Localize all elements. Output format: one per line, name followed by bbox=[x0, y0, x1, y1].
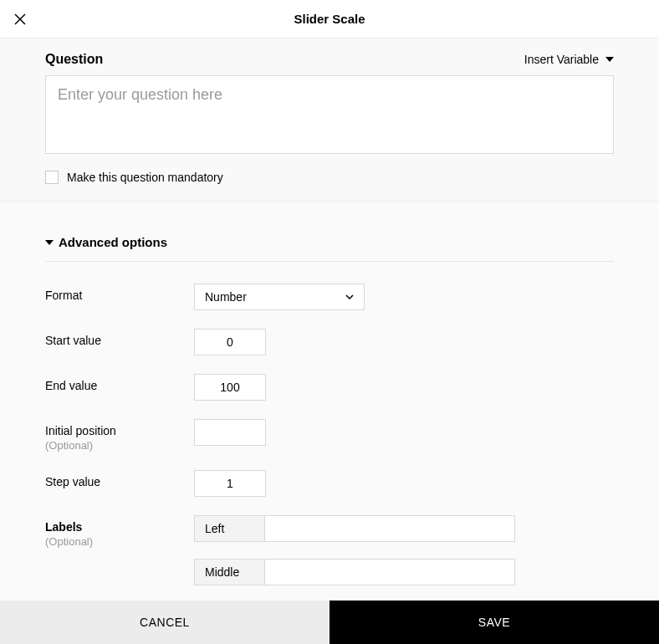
end-value-row: End value bbox=[45, 374, 614, 401]
mandatory-label: Make this question mandatory bbox=[67, 171, 223, 184]
advanced-toggle[interactable]: Advanced options bbox=[45, 235, 614, 262]
label-left-prefix: Left bbox=[195, 516, 265, 541]
start-value-input[interactable] bbox=[194, 329, 266, 355]
start-value-row: Start value bbox=[45, 329, 614, 355]
label-left-input[interactable] bbox=[265, 516, 514, 541]
caret-down-icon bbox=[45, 238, 54, 247]
initial-position-label: Initial position bbox=[45, 424, 194, 437]
svg-marker-2 bbox=[605, 57, 614, 62]
close-button[interactable] bbox=[12, 11, 28, 28]
insert-variable-button[interactable]: Insert Variable bbox=[524, 53, 614, 66]
labels-label: Labels bbox=[45, 520, 194, 534]
format-label: Format bbox=[45, 289, 194, 302]
start-value-label: Start value bbox=[45, 334, 194, 347]
step-value-label: Step value bbox=[45, 475, 194, 488]
initial-position-label-col: Initial position (Optional) bbox=[45, 419, 194, 452]
initial-position-optional: (Optional) bbox=[45, 439, 194, 452]
cancel-button[interactable]: CANCEL bbox=[0, 601, 330, 644]
svg-marker-3 bbox=[45, 240, 54, 245]
dialog-header: Slider Scale bbox=[0, 0, 659, 38]
end-value-input[interactable] bbox=[194, 374, 266, 401]
labels-row: Labels (Optional) Left Middle Right bbox=[45, 515, 614, 601]
labels-label-col: Labels (Optional) bbox=[45, 515, 194, 548]
insert-variable-label: Insert Variable bbox=[524, 53, 599, 66]
label-left-row: Left bbox=[194, 515, 515, 542]
label-middle-row: Middle bbox=[194, 559, 515, 585]
initial-position-input[interactable] bbox=[194, 419, 266, 446]
dialog-title: Slider Scale bbox=[294, 12, 365, 26]
mandatory-row: Make this question mandatory bbox=[45, 171, 614, 184]
labels-inputs: Left Middle Right bbox=[194, 515, 515, 601]
step-value-input[interactable] bbox=[194, 470, 266, 497]
advanced-title: Advanced options bbox=[59, 235, 167, 249]
dialog-footer: CANCEL SAVE bbox=[0, 601, 659, 644]
step-value-label-col: Step value bbox=[45, 470, 194, 488]
format-row: Format Number bbox=[45, 284, 614, 310]
start-value-label-col: Start value bbox=[45, 329, 194, 347]
step-value-row: Step value bbox=[45, 470, 614, 497]
caret-down-icon bbox=[605, 55, 614, 64]
format-label-col: Format bbox=[45, 284, 194, 302]
end-value-label: End value bbox=[45, 379, 194, 392]
format-select-wrap: Number bbox=[194, 284, 365, 310]
question-input[interactable] bbox=[45, 75, 614, 154]
close-icon bbox=[13, 13, 27, 26]
question-header-row: Question Insert Variable bbox=[45, 52, 614, 67]
advanced-section: Advanced options Format Number Start val… bbox=[0, 202, 659, 601]
end-value-label-col: End value bbox=[45, 374, 194, 392]
save-button[interactable]: SAVE bbox=[330, 601, 659, 644]
question-label: Question bbox=[45, 52, 103, 67]
label-middle-input[interactable] bbox=[265, 560, 514, 585]
dialog-content: Question Insert Variable Make this quest… bbox=[0, 38, 659, 601]
question-section: Question Insert Variable Make this quest… bbox=[0, 38, 659, 201]
label-middle-prefix: Middle bbox=[195, 560, 265, 585]
mandatory-checkbox[interactable] bbox=[45, 171, 59, 184]
initial-position-row: Initial position (Optional) bbox=[45, 419, 614, 452]
labels-optional: (Optional) bbox=[45, 535, 194, 548]
format-select[interactable]: Number bbox=[194, 284, 365, 310]
